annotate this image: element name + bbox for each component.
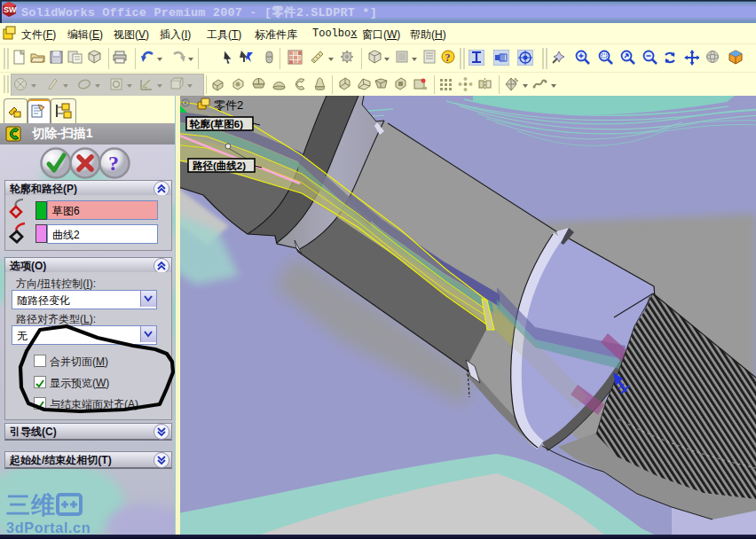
svg-text:SW: SW xyxy=(4,5,17,14)
svg-text:零件2: 零件2 xyxy=(214,98,243,112)
svg-text:轮廓(草图6): 轮廓(草图6) xyxy=(189,118,243,129)
svg-text:?: ? xyxy=(108,152,119,175)
svg-text:?: ? xyxy=(445,51,451,64)
svg-text:路径(曲线2): 路径(曲线2) xyxy=(192,160,246,171)
